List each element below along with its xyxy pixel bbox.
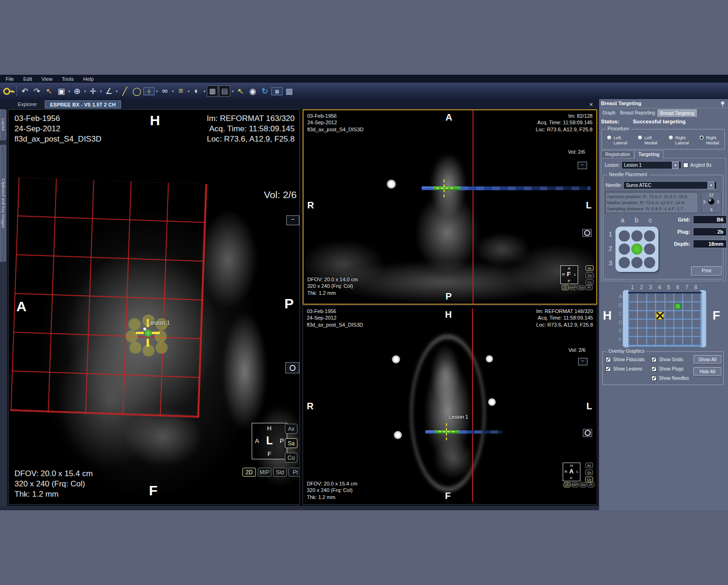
- view-button-sa[interactable]: Sa: [285, 438, 297, 448]
- radio-icon[interactable]: [607, 135, 612, 140]
- procedure-option-right-lateral[interactable]: RightLateral: [668, 135, 689, 145]
- procedure-option-left-medial[interactable]: LeftMedial: [637, 135, 657, 145]
- mode-button-sld[interactable]: Sld: [580, 482, 587, 487]
- checkbox-icon[interactable]: [606, 366, 611, 371]
- minimize-button[interactable]: −: [578, 162, 587, 169]
- tab-study[interactable]: ESPREE BX - VS 1.5T 2 CH: [45, 100, 121, 108]
- select-pointer-icon[interactable]: ↖: [43, 86, 55, 97]
- view-button-co[interactable]: Co: [585, 477, 593, 482]
- view-button-sa[interactable]: Sa: [585, 470, 593, 475]
- mode-button-mip[interactable]: MIP: [570, 285, 577, 290]
- overlay-checkbox-show-fiducials[interactable]: Show Fiducials: [606, 356, 644, 363]
- sync-icon[interactable]: ↻: [259, 86, 270, 97]
- camera-snapshot-icon[interactable]: [582, 229, 592, 237]
- angle-measure-icon[interactable]: ∠: [103, 86, 114, 97]
- mode-button-pt[interactable]: Pt: [586, 285, 593, 290]
- plug-hole-c3[interactable]: [644, 257, 655, 268]
- viewport-sagittal[interactable]: Lesion 1 03-Feb-1956 24-Sep-2012 fl3d_ax…: [8, 109, 300, 505]
- procedure-option-right-medial[interactable]: RightMedial: [699, 135, 719, 145]
- redo-icon[interactable]: ↷: [31, 86, 42, 97]
- mode-button-pt[interactable]: Pt: [289, 468, 300, 477]
- overlay-checkbox-show-needles[interactable]: Show Needles: [651, 375, 689, 382]
- mode-button-mip[interactable]: MIP: [572, 482, 579, 487]
- hide-all-button[interactable]: Hide All: [693, 367, 721, 376]
- minimize-button[interactable]: −: [286, 215, 299, 225]
- print-button[interactable]: Print: [691, 266, 722, 276]
- dropdown-arrow-icon[interactable]: ▾: [188, 89, 190, 93]
- mr-thumbnail-2-icon[interactable]: ▤: [219, 86, 230, 97]
- chevron-down-icon[interactable]: ▼: [707, 182, 714, 189]
- minimize-button[interactable]: −: [578, 358, 587, 365]
- angled-bx-checkbox[interactable]: [683, 163, 688, 168]
- radio-icon[interactable]: [699, 135, 704, 140]
- mr-thumbnail-1-icon[interactable]: ▩: [207, 86, 218, 97]
- undo-icon[interactable]: ↶: [19, 86, 30, 97]
- plug-hole-b3[interactable]: [631, 257, 643, 268]
- crosshair-icon[interactable]: ┼: [143, 87, 155, 95]
- menu-item-edit[interactable]: Edit: [23, 76, 32, 82]
- probe-pointer-icon[interactable]: ↖: [235, 86, 246, 97]
- close-icon[interactable]: ×: [589, 101, 593, 108]
- procedure-option-left-lateral[interactable]: LeftLateral: [607, 135, 627, 145]
- tab-breast-targeting[interactable]: Breast Targeting: [657, 109, 697, 117]
- viewport-axial[interactable]: 03-Feb-1956 24-Sep-2012 fl3d_ax_post_S4_…: [303, 109, 597, 305]
- mode-button-mip[interactable]: MIP: [258, 468, 271, 477]
- radio-icon[interactable]: [668, 135, 673, 140]
- lesion-select[interactable]: Lesion 1 ▼: [622, 161, 681, 169]
- dropdown-arrow-icon[interactable]: ▾: [100, 89, 102, 93]
- view-button-sa[interactable]: Sa: [586, 272, 594, 278]
- checkbox-icon[interactable]: [651, 376, 657, 381]
- key-icon[interactable]: [3, 86, 14, 97]
- viewport-reformat[interactable]: Lesion 1 03-Feb-1956 24-Sep-2012 fl3d_ax…: [303, 305, 597, 505]
- ellipse-roi-icon[interactable]: ◯: [131, 86, 142, 97]
- body-marker-icon[interactable]: ◐: [191, 86, 202, 97]
- menu-item-view[interactable]: View: [42, 76, 53, 82]
- dropdown-arrow-icon[interactable]: ▾: [232, 89, 233, 93]
- tab-registration[interactable]: Registration: [601, 150, 634, 158]
- mode-button-sld[interactable]: Sld: [273, 468, 287, 477]
- menu-item-help[interactable]: Help: [83, 76, 94, 82]
- checkbox-icon[interactable]: [651, 357, 657, 362]
- dropdown-arrow-icon[interactable]: ▾: [172, 89, 174, 93]
- side-tab-clipboard[interactable]: Clipboard and Key Images: [0, 145, 6, 262]
- plug-hole-a1[interactable]: [619, 230, 630, 242]
- view-button-ax[interactable]: Ax: [585, 463, 593, 468]
- target-grid[interactable]: [628, 292, 702, 347]
- tab-targeting[interactable]: Targeting: [634, 150, 664, 158]
- layout-grid-alt-icon[interactable]: ▩: [283, 86, 295, 97]
- pin-icon[interactable]: [721, 101, 724, 105]
- plug-hole-c1[interactable]: [644, 230, 655, 242]
- link-series-icon[interactable]: ∞: [159, 86, 170, 97]
- camera-snapshot-icon[interactable]: [285, 362, 299, 373]
- mode-button-2d[interactable]: 2D: [242, 468, 256, 477]
- dropdown-arrow-icon[interactable]: ▾: [116, 89, 118, 93]
- mode-button-pt[interactable]: Pt: [587, 482, 594, 487]
- mode-button-sld[interactable]: Sld: [578, 285, 585, 290]
- plug-hole-b1[interactable]: [631, 230, 643, 242]
- camera-snapshot-icon[interactable]: [583, 429, 592, 437]
- tab-graph[interactable]: Graph: [600, 109, 618, 117]
- chevron-down-icon[interactable]: ▼: [672, 162, 679, 169]
- checkbox-icon[interactable]: [651, 366, 657, 371]
- mode-button-2d[interactable]: 2D: [562, 285, 569, 290]
- plug-hole-a3[interactable]: [619, 257, 630, 268]
- side-tab-layout[interactable]: Layout: [0, 109, 6, 140]
- dropdown-arrow-icon[interactable]: ▾: [204, 89, 205, 93]
- view-button-ax[interactable]: Ax: [285, 424, 297, 434]
- plug-hole-a2[interactable]: [619, 243, 630, 255]
- dropdown-arrow-icon[interactable]: ▾: [84, 89, 86, 93]
- view-button-ax[interactable]: Ax: [586, 265, 594, 271]
- dropdown-arrow-icon[interactable]: ▾: [156, 89, 158, 93]
- plug-hole-c2[interactable]: [644, 243, 655, 255]
- clock-position-widget[interactable]: 12 9 3 6: [701, 192, 721, 213]
- layout-grid-icon[interactable]: ▦: [271, 87, 283, 95]
- view-button-co[interactable]: Co: [586, 279, 594, 285]
- mode-button-2d[interactable]: 2D: [564, 482, 571, 487]
- show-all-button[interactable]: Show All: [693, 355, 721, 364]
- dropdown-arrow-icon[interactable]: ▾: [68, 89, 70, 93]
- overlay-checkbox-show-plugs[interactable]: Show Plugs: [651, 365, 689, 372]
- copy-image-icon[interactable]: ▣: [56, 86, 67, 97]
- radio-icon[interactable]: [637, 135, 643, 140]
- tab-explorer[interactable]: Explorer: [13, 100, 42, 108]
- menu-item-tools[interactable]: Tools: [62, 76, 74, 82]
